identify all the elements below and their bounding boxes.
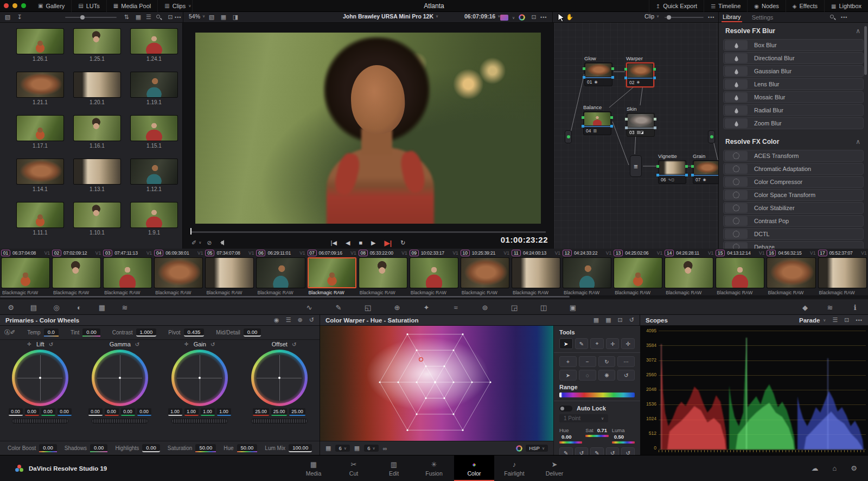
- expand-icon[interactable]: ⊡: [166, 14, 175, 21]
- wheel-value[interactable]: 0.00: [9, 408, 23, 416]
- page-tab[interactable]: ▦ Media: [293, 455, 334, 481]
- reset-icon[interactable]: ↺: [629, 317, 634, 324]
- fx-item[interactable]: Mosaic Blur: [723, 91, 864, 103]
- color-wheel[interactable]: [171, 350, 228, 406]
- viewer-jog-bar[interactable]: [190, 231, 546, 233]
- color-viewer-icon[interactable]: [519, 14, 525, 21]
- reset-points-button[interactable]: ↺: [617, 370, 635, 381]
- timeline-clip[interactable]: 02 07:02:09:12 V1 Blackmagic RAW: [51, 249, 102, 295]
- collapse-icon[interactable]: ∧: [856, 138, 860, 145]
- wheel-value[interactable]: 1.00: [201, 408, 215, 416]
- hand-tool-icon[interactable]: ✋: [565, 14, 574, 21]
- gallery-still[interactable]: 1.14.1: [16, 159, 64, 192]
- wheel-reset-icon[interactable]: ↺: [292, 341, 296, 347]
- waveform-parade[interactable]: 40953584307225602048153610245120: [640, 326, 868, 455]
- gallery-button[interactable]: ▣ Gallery: [31, 0, 72, 12]
- open-fx-icon[interactable]: ▣: [567, 303, 578, 312]
- wheel-reset-icon[interactable]: ↺: [49, 341, 53, 347]
- wheel-value[interactable]: 0.00: [41, 408, 55, 416]
- fx-item[interactable]: Dehaze: [723, 241, 864, 249]
- reset-icon[interactable]: ↺: [309, 317, 314, 324]
- page-tab[interactable]: ▥ Edit: [374, 455, 414, 481]
- parameter-value[interactable]: 100.00: [289, 444, 312, 452]
- clip-thumbnail[interactable]: [818, 257, 867, 288]
- clip-thumbnail[interactable]: [716, 257, 764, 288]
- sat-rings-icon[interactable]: ▦: [354, 445, 360, 452]
- clip-thumbnail[interactable]: [205, 257, 254, 288]
- timeline-clip[interactable]: 17 05:52:37:07 V1 Blackmagic RAW: [817, 249, 868, 295]
- color-picker-icon[interactable]: ✐: [192, 239, 196, 246]
- timeline-clip[interactable]: 08 05:33:22:00 V1 Blackmagic RAW: [358, 249, 409, 295]
- gallery-still[interactable]: 1.15.1: [130, 115, 178, 149]
- expand-icon[interactable]: ⊡: [618, 317, 623, 324]
- clip-thumbnail[interactable]: [767, 257, 815, 288]
- expand-icon[interactable]: ⊡: [529, 14, 538, 21]
- wheel-value[interactable]: 0.00: [25, 408, 39, 416]
- timeline-clip[interactable]: 06 06:29:11:01 V1 Blackmagic RAW: [255, 249, 306, 295]
- color-wheel[interactable]: [92, 350, 148, 406]
- camera-raw-icon[interactable]: [500, 15, 508, 21]
- wheel-value[interactable]: 1.00: [217, 408, 231, 416]
- stop-button[interactable]: ■: [359, 239, 362, 246]
- gallery-still[interactable]: 1.12.1: [130, 159, 178, 192]
- select-tool-button[interactable]: ➤: [559, 338, 573, 349]
- page-tab[interactable]: ♪ Fairlight: [494, 455, 534, 481]
- parameter-value[interactable]: 0.00: [39, 444, 57, 452]
- fx-item[interactable]: DCTL: [723, 228, 864, 240]
- grab-still-icon[interactable]: ↧: [15, 14, 24, 21]
- curves-icon[interactable]: ∿: [304, 303, 315, 312]
- pin-tool-button[interactable]: ⌖: [590, 338, 604, 349]
- page-tab[interactable]: ➤ Deliver: [534, 455, 575, 481]
- color-space-select[interactable]: HSP∨: [526, 445, 548, 452]
- wheel-value[interactable]: 25.00: [253, 408, 269, 416]
- page-tab[interactable]: ✳ Fusion: [414, 455, 454, 481]
- gallery-still[interactable]: 1.9.1: [130, 202, 178, 236]
- color-wheel[interactable]: [251, 350, 308, 406]
- fx-item[interactable]: Box Blur: [723, 39, 864, 51]
- gallery-still-thumbnail[interactable]: [130, 159, 178, 185]
- power-window-icon[interactable]: ◱: [362, 303, 373, 312]
- gallery-still-thumbnail[interactable]: [130, 28, 178, 54]
- blur-palette-icon[interactable]: ≈: [450, 303, 461, 312]
- master-wheel[interactable]: [251, 419, 308, 423]
- gallery-still[interactable]: 1.17.1: [16, 115, 64, 149]
- fx-item[interactable]: Color Compressor: [723, 176, 864, 188]
- fx-item[interactable]: Radial Blur: [723, 104, 864, 116]
- node-graph-panel[interactable]: Glow 01◉ Warper 02❋ Balance 04▥: [553, 23, 719, 249]
- nodes-button[interactable]: ◉ Nodes: [747, 0, 786, 12]
- viewer-image[interactable]: [195, 33, 541, 224]
- media-pool-button[interactable]: ▦ Media Pool: [107, 0, 158, 12]
- minimize-window-button[interactable]: [12, 3, 17, 8]
- clip-thumbnail[interactable]: [256, 257, 305, 288]
- fx-item[interactable]: Gaussian Blur: [723, 65, 864, 77]
- master-wheel[interactable]: [171, 419, 228, 423]
- gallery-still-thumbnail[interactable]: [73, 28, 121, 54]
- master-wheel[interactable]: [92, 419, 148, 423]
- clip-thumbnail[interactable]: [308, 257, 356, 288]
- split-screen-icon[interactable]: ▦: [219, 14, 228, 21]
- color-wheel[interactable]: [12, 350, 68, 406]
- viewer-playhead[interactable]: [190, 228, 192, 235]
- range-gradient-bar[interactable]: [559, 393, 635, 397]
- node-vignette[interactable]: Vignette 06∿◻: [658, 153, 686, 184]
- more-options-icon[interactable]: •••: [841, 15, 847, 20]
- gallery-still-thumbnail[interactable]: [73, 202, 121, 228]
- node-tree-output[interactable]: [708, 130, 715, 143]
- readout-gradient-bar[interactable]: [612, 441, 635, 444]
- timeline-clip[interactable]: 03 07:47:11:13 V1 Blackmagic RAW: [102, 249, 153, 295]
- cloud-icon[interactable]: ☁: [811, 464, 818, 472]
- close-window-button[interactable]: [4, 3, 9, 8]
- fx-item[interactable]: Color Space Transform: [723, 189, 864, 201]
- library-scrollbar[interactable]: [864, 26, 867, 75]
- gallery-still-thumbnail[interactable]: [130, 115, 178, 141]
- unmix-icon[interactable]: ⊘: [207, 239, 212, 246]
- hue-saturation-mesh[interactable]: [320, 326, 553, 441]
- timeline-clip[interactable]: 11 04:24:00:13 V1 Blackmagic RAW: [510, 249, 561, 295]
- clip-thumbnail[interactable]: [563, 257, 611, 288]
- wheel-value[interactable]: 25.00: [271, 408, 288, 416]
- fx-item[interactable]: Chromatic Adaptation: [723, 163, 864, 175]
- gallery-zoom-slider[interactable]: [65, 17, 117, 18]
- timeline-clip[interactable]: 09 10:02:33:17 V1 Blackmagic RAW: [409, 249, 459, 295]
- scope-settings-icon[interactable]: ☰: [832, 317, 838, 324]
- clip-thumbnail[interactable]: [461, 257, 509, 288]
